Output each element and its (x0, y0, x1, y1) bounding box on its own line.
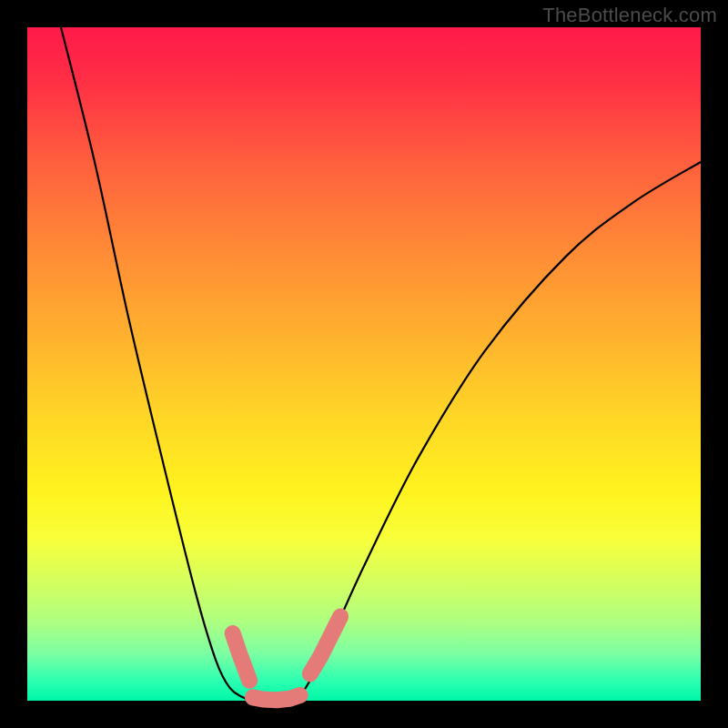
plot-area (27, 27, 701, 701)
marker-left (233, 633, 250, 681)
curve-left (61, 27, 253, 701)
chart-svg (27, 27, 701, 701)
curve-right (297, 162, 701, 701)
marker-bottom (253, 695, 300, 700)
marker-right (310, 617, 340, 674)
watermark-text: TheBottleneck.com (542, 4, 717, 27)
chart-frame: TheBottleneck.com (0, 0, 728, 728)
